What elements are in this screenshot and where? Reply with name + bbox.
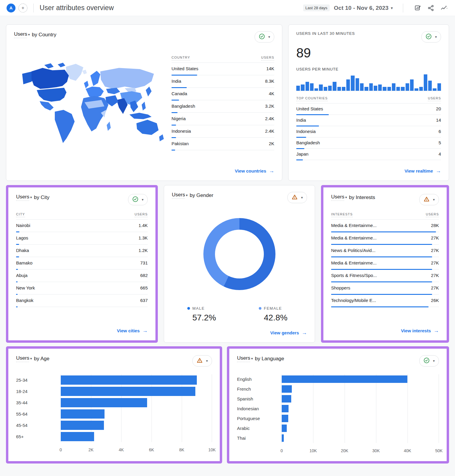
users-per-minute-label: USERS PER MINUTE	[296, 67, 441, 71]
chevron-down-icon: ▾	[345, 195, 347, 199]
world-map-choropleth	[14, 44, 172, 164]
page-title: User attributes overview	[40, 4, 114, 12]
table-header: CITY USERS	[16, 212, 148, 220]
date-range-selector[interactable]: Oct 10 - Nov 6, 2023 ▾	[334, 5, 393, 11]
insights-button[interactable]	[440, 4, 448, 12]
users-metric-dropdown[interactable]: Users ▾ by Gender	[172, 192, 213, 199]
customize-report-icon	[414, 4, 421, 12]
avatar[interactable]: A	[7, 4, 15, 12]
chevron-down-icon: ▾	[206, 359, 208, 363]
data-warning-pill[interactable]: ▾	[287, 192, 307, 203]
share-button[interactable]	[426, 4, 435, 12]
view-cities-link[interactable]: View cities→	[117, 328, 148, 334]
table-row: Media & Entertainme...27K	[331, 232, 439, 245]
data-quality-pill[interactable]: ▾	[419, 355, 439, 367]
data-quality-pill[interactable]: ▾	[128, 194, 148, 205]
card-realtime: USERS IN LAST 30 MINUTES ▾ 89 USERS PER …	[288, 24, 449, 181]
chevron-down-icon: ▾	[435, 35, 437, 39]
highlight-outline-interests: Users ▾ by Interests ▾ INTERESTS USERS M…	[321, 185, 449, 343]
users-metric-dropdown[interactable]: Users ▾ by Interests	[331, 194, 375, 201]
users-metric-dropdown[interactable]: Users ▾ by Language	[237, 355, 284, 362]
card-users-by-age: Users ▾ by Age ▾ 25-34 18-24 35-44 55-64	[8, 349, 220, 461]
chevron-down-icon: ▾	[30, 195, 32, 199]
table-row: Bamako731	[16, 257, 148, 270]
chevron-down-icon: ▾	[433, 198, 435, 201]
date-range-label: Oct 10 - Nov 6, 2023	[334, 5, 389, 11]
warning-icon	[423, 196, 430, 203]
table-row: Sports & Fitness/Spo...27K	[331, 270, 439, 282]
arrow-right-icon: →	[142, 328, 148, 334]
column-top-countries: TOP COUNTRIES	[296, 96, 328, 101]
data-ok-icon	[259, 33, 265, 40]
arrow-right-icon: →	[436, 168, 441, 174]
table-row: Canada4K	[172, 88, 274, 100]
column-users: USERS	[428, 96, 441, 101]
data-ok-icon	[426, 33, 432, 40]
warning-icon	[197, 357, 203, 364]
gender-donut-chart	[203, 218, 275, 290]
language-plot-area	[282, 374, 439, 443]
data-quality-pill[interactable]: ▾	[421, 31, 441, 43]
table-row: India8.3K	[172, 75, 274, 88]
chevron-down-icon: ▾	[251, 357, 253, 361]
table-header: TOP COUNTRIES USERS	[296, 96, 441, 104]
data-warning-pill[interactable]: ▾	[419, 194, 439, 205]
male-percentage: 57.2%	[187, 313, 220, 322]
card-users-by-country: Users ▾ by Country ▾	[6, 24, 282, 181]
card-users-by-city: Users ▾ by City ▾ CITY USERS Nairobi1.4K…	[8, 187, 155, 340]
legend-female: FEMALE 42.8%	[259, 306, 292, 322]
arrow-right-icon: →	[269, 168, 274, 174]
add-comparison-button[interactable]: +	[18, 4, 27, 12]
chevron-down-icon: ▾	[433, 359, 435, 363]
dimension-label: by Country	[32, 32, 56, 38]
view-genders-link[interactable]: View genders→	[270, 330, 307, 336]
users-metric-dropdown[interactable]: Users ▾ by Country	[14, 31, 56, 38]
data-ok-icon	[423, 357, 430, 364]
language-categories: English French Spanish Indonesian Portug…	[237, 374, 282, 443]
arrow-right-icon: →	[434, 328, 439, 334]
female-percentage: 42.8%	[259, 313, 292, 322]
view-countries-link[interactable]: View countries→	[235, 168, 274, 174]
chevron-down-icon: ▾	[28, 33, 30, 37]
table-row: Japan4	[296, 149, 441, 160]
age-categories: 25-34 18-24 35-44 55-64 45-54 65+	[16, 374, 61, 442]
table-row: Dhaka1.2K	[16, 245, 148, 257]
users-last-30min-value: 89	[296, 46, 441, 60]
customize-report-button[interactable]	[413, 4, 422, 12]
table-row: India14	[296, 115, 441, 126]
users-metric-dropdown[interactable]: Users ▾ by City	[16, 194, 49, 201]
users-metric-dropdown[interactable]: Users ▾ by Age	[16, 355, 49, 362]
highlight-outline-age: Users ▾ by Age ▾ 25-34 18-24 35-44 55-64	[6, 346, 222, 464]
male-dot	[187, 307, 190, 310]
table-row: Media & Entertainme...28K	[331, 220, 439, 232]
dashboard: Users ▾ by Country ▾	[0, 16, 455, 464]
table-row: Indonesia6	[296, 126, 441, 137]
arrow-right-icon: →	[302, 330, 307, 336]
card-users-by-interests: Users ▾ by Interests ▾ INTERESTS USERS M…	[323, 187, 447, 340]
view-interests-link[interactable]: View interests→	[401, 328, 439, 334]
language-x-axis: 0 10K 20K 30K 40K 50K	[282, 446, 439, 455]
gender-legend: MALE 57.2% FEMALE 42.8%	[172, 306, 307, 322]
table-row: Nigeria2.4K	[172, 113, 274, 125]
warning-icon	[292, 194, 298, 201]
chevron-down-icon: ▾	[391, 6, 393, 10]
table-row: New York665	[16, 282, 148, 295]
app-header: A + User attributes overview Last 28 day…	[0, 0, 455, 16]
card-users-by-language: Users ▾ by Language ▾ English French Spa…	[229, 349, 447, 461]
table-row: Nairobi1.4K	[16, 220, 148, 232]
data-quality-pill[interactable]: ▾	[255, 31, 274, 43]
highlight-outline-language: Users ▾ by Language ▾ English French Spa…	[227, 346, 449, 464]
legend-male: MALE 57.2%	[187, 306, 220, 322]
country-table: COUNTRY USERS United States14K India8.3K…	[172, 44, 274, 164]
chevron-down-icon: ▾	[186, 193, 188, 197]
view-realtime-link[interactable]: View realtime→	[404, 168, 441, 174]
age-x-axis: 0 2K 4K 6K 8K 10K	[61, 445, 212, 454]
chevron-down-icon: ▾	[142, 198, 144, 201]
table-row: News & Politics/Avid...27K	[331, 245, 439, 257]
female-dot	[259, 307, 261, 310]
table-row: Pakistan2K	[172, 138, 274, 150]
card-users-by-gender: Users ▾ by Gender ▾ MALE 57.2% FEMALE	[164, 185, 315, 343]
table-header: COUNTRY USERS	[172, 56, 274, 63]
data-warning-pill[interactable]: ▾	[192, 355, 212, 367]
highlight-outline-city: Users ▾ by City ▾ CITY USERS Nairobi1.4K…	[6, 185, 158, 343]
